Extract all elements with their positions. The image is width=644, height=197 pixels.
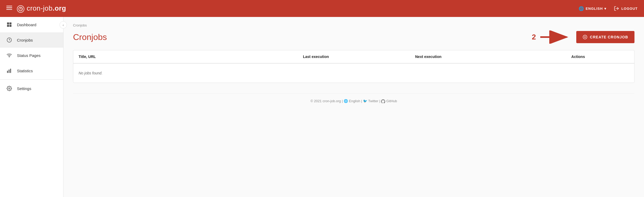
logo-clock-icon: [17, 5, 24, 13]
svg-rect-10: [10, 25, 12, 27]
svg-rect-15: [10, 69, 11, 73]
sidebar-item-statistics-label: Statistics: [17, 69, 33, 73]
svg-rect-2: [6, 9, 12, 10]
sidebar-item-dashboard-label: Dashboard: [17, 23, 36, 27]
column-title-url: Title, URL: [73, 50, 298, 63]
svg-rect-13: [7, 71, 8, 73]
github-footer-icon: [381, 99, 385, 104]
logout-label: LOGOUT: [621, 7, 638, 11]
annotation-2-arrow: [540, 30, 572, 44]
language-selector[interactable]: 🌐 ENGLISH ▾: [579, 6, 607, 11]
sidebar-divider: [0, 79, 63, 80]
create-cronjob-button[interactable]: CREATE CRONJOB: [576, 31, 634, 43]
footer-link-twitter[interactable]: Twitter: [368, 99, 378, 103]
app-header: cron-job.org 🌐 ENGLISH ▾ LOGOUT: [0, 0, 644, 17]
dashboard-icon: [6, 22, 12, 28]
footer-sep3: |: [379, 99, 381, 103]
chevron-down-icon: ▾: [604, 7, 606, 11]
svg-point-12: [9, 57, 10, 57]
sidebar-item-cronjobs[interactable]: Cronjobs: [0, 32, 63, 48]
sidebar-item-dashboard[interactable]: Dashboard: [0, 17, 63, 32]
sidebar-item-settings-label: Settings: [17, 86, 31, 91]
footer-link-github[interactable]: GitHub: [386, 99, 397, 103]
sidebar: ‹ Dashboard Cronjobs: [0, 17, 64, 197]
svg-rect-7: [7, 23, 9, 25]
app-logo: cron-job.org: [17, 4, 579, 12]
logout-icon: [614, 6, 619, 11]
header-right: 🌐 ENGLISH ▾ LOGOUT: [579, 6, 638, 11]
create-icon: [583, 35, 587, 39]
create-area: 2 CREATE CRONJOB: [532, 30, 634, 44]
annotation-2-number: 2: [532, 33, 536, 41]
svg-rect-14: [9, 70, 10, 73]
clock-icon: [6, 37, 12, 43]
breadcrumb: Cronjobs: [73, 23, 634, 27]
footer-link-english[interactable]: English: [349, 99, 360, 103]
main-content: Cronjobs 1 Cronjobs 2: [64, 17, 644, 197]
create-button-label: CREATE CRONJOB: [590, 35, 628, 39]
logo-text: cron-job.org: [27, 4, 66, 12]
footer: © 2021 cron-job.org | 🌐 English | 🐦 Twit…: [73, 93, 634, 109]
svg-point-16: [9, 88, 10, 89]
wifi-icon: [6, 52, 12, 58]
svg-rect-8: [10, 23, 12, 25]
twitter-footer-icon: 🐦: [363, 99, 367, 103]
page-layout: ‹ Dashboard Cronjobs: [0, 17, 644, 197]
cronjobs-table: Title, URL Last execution Next execution…: [73, 50, 634, 83]
menu-icon[interactable]: [6, 5, 12, 12]
logout-button[interactable]: LOGOUT: [614, 6, 638, 11]
sidebar-item-settings[interactable]: Settings: [0, 81, 63, 96]
column-next-execution: Next execution: [410, 50, 522, 63]
sidebar-item-cronjobs-label: Cronjobs: [17, 38, 33, 42]
column-actions: Actions: [522, 50, 634, 63]
globe-icon: 🌐: [579, 6, 584, 11]
sidebar-item-status-pages-label: Status Pages: [17, 53, 40, 58]
page-title: Cronjobs: [73, 32, 532, 42]
svg-rect-9: [7, 25, 9, 27]
column-last-execution: Last execution: [298, 50, 410, 63]
sidebar-collapse-button[interactable]: ‹: [60, 21, 67, 29]
svg-rect-0: [6, 6, 12, 6]
page-header: 1 Cronjobs 2: [73, 30, 634, 44]
footer-copyright: © 2021 cron-job.org: [310, 99, 341, 103]
language-label: ENGLISH: [586, 7, 603, 11]
table-empty-message: No jobs found.: [73, 64, 634, 83]
gear-icon: [6, 86, 12, 91]
sidebar-item-status-pages[interactable]: Status Pages: [0, 48, 63, 63]
sidebar-item-statistics[interactable]: Statistics: [0, 63, 63, 78]
globe-footer-icon: 🌐: [344, 99, 348, 103]
svg-rect-1: [6, 7, 12, 8]
table-header: Title, URL Last execution Next execution…: [73, 50, 634, 64]
bar-chart-icon: [6, 68, 12, 74]
